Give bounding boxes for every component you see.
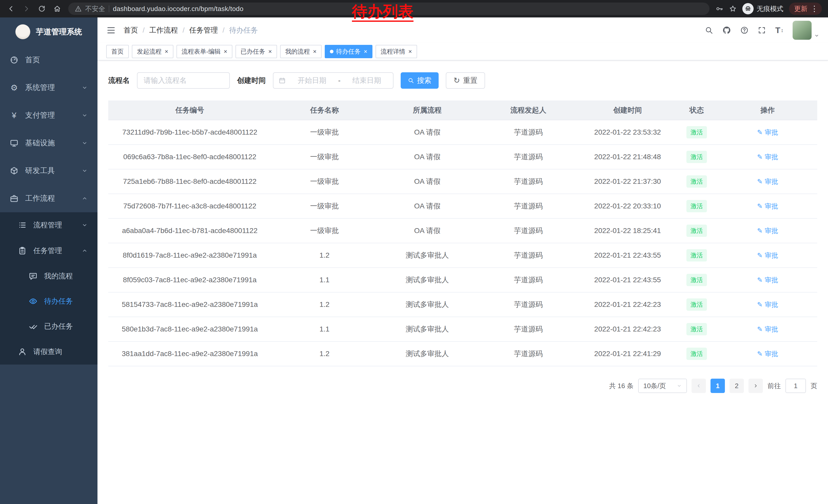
search-icon[interactable]	[705, 26, 713, 34]
browser-menu-icon[interactable]: ⋮	[811, 5, 818, 12]
box-icon	[10, 166, 18, 175]
reset-button[interactable]: ↻ 重置	[446, 72, 485, 89]
page-size-select[interactable]: 10条/页	[638, 379, 687, 393]
page-button-2[interactable]: 2	[730, 379, 744, 393]
approve-link[interactable]: ✎审批	[757, 152, 778, 162]
tab-start-process[interactable]: 发起流程×	[132, 45, 173, 58]
close-icon[interactable]: ×	[165, 48, 168, 55]
starter-cell: 芋道源码	[477, 120, 580, 145]
home-button[interactable]	[50, 2, 64, 16]
starter-cell: 芋道源码	[477, 341, 580, 366]
back-button[interactable]	[4, 2, 18, 16]
forward-button[interactable]	[19, 2, 33, 16]
approve-link[interactable]: ✎审批	[757, 128, 778, 137]
breadcrumb-item[interactable]: 工作流程	[149, 26, 178, 35]
breadcrumb-item-current: 待办任务	[229, 26, 258, 35]
starter-cell: 芋道源码	[477, 194, 580, 218]
status-badge: 激活	[687, 175, 707, 188]
close-icon[interactable]: ×	[408, 48, 412, 55]
sidebar-item-infrastructure[interactable]: 基础设施	[0, 129, 97, 157]
next-page-button[interactable]	[748, 379, 763, 393]
hamburger-icon[interactable]	[106, 26, 116, 35]
status-cell: 激活	[675, 341, 718, 366]
status-badge: 激活	[687, 299, 707, 311]
fullscreen-icon[interactable]	[758, 26, 766, 34]
task-id-cell: 725a1eb6-7b88-11ec-8ef0-acde48001122	[108, 169, 272, 194]
approve-link[interactable]: ✎审批	[757, 251, 778, 260]
starter-cell: 芋道源码	[477, 243, 580, 268]
font-size-icon[interactable]: T↕	[775, 26, 783, 35]
key-icon[interactable]	[716, 5, 723, 12]
sidebar-item-done-task[interactable]: 已办任务	[0, 314, 97, 339]
time-cell: 2022-01-22 20:33:10	[580, 194, 675, 218]
task-name-cell: 1.1	[272, 317, 378, 341]
close-icon[interactable]: ×	[268, 48, 272, 55]
approve-link[interactable]: ✎审批	[757, 350, 778, 358]
create-time-label: 创建时间	[237, 76, 266, 85]
task-name-cell: 1.2	[272, 292, 378, 317]
goto-page-input[interactable]	[785, 379, 806, 393]
close-icon[interactable]: ×	[224, 48, 227, 55]
sidebar-item-task-mgmt[interactable]: 任务管理	[0, 238, 97, 264]
status-cell: 激活	[675, 243, 718, 268]
sidebar-item-devtools[interactable]: 研发工具	[0, 157, 97, 185]
approve-link[interactable]: ✎审批	[757, 300, 778, 309]
approve-link[interactable]: ✎审批	[757, 276, 778, 284]
prev-page-button[interactable]	[692, 379, 706, 393]
process-cell: 测试多审批人	[378, 268, 477, 292]
tab-form-edit[interactable]: 流程表单-编辑×	[176, 45, 233, 58]
breadcrumb-item[interactable]: 任务管理	[189, 26, 218, 35]
close-icon[interactable]: ×	[364, 48, 367, 55]
chevron-up-icon	[82, 195, 88, 201]
reload-button[interactable]	[35, 2, 49, 16]
sidebar-menu: 首页 ⚙ 系统管理 ¥ 支付管理 基础设施 研发工具	[0, 46, 97, 365]
browser-actions: 无痕模式 更新 ⋮	[714, 3, 824, 15]
tab-home[interactable]: 首页	[106, 45, 129, 58]
sidebar-item-workflow[interactable]: 工作流程	[0, 185, 97, 212]
approve-link[interactable]: ✎审批	[757, 202, 778, 211]
page-button-1[interactable]: 1	[710, 379, 725, 393]
update-button[interactable]: 更新 ⋮	[789, 3, 822, 15]
sidebar-item-process-mgmt[interactable]: 流程管理	[0, 212, 97, 238]
task-name-cell: 一级审批	[272, 169, 378, 194]
sidebar-item-label: 待办任务	[44, 296, 73, 306]
task-id-cell: 069c6a63-7b8a-11ec-8ef0-acde48001122	[108, 145, 272, 169]
edit-icon: ✎	[757, 227, 763, 234]
approve-link[interactable]: ✎审批	[757, 177, 778, 186]
process-cell: OA 请假	[378, 169, 477, 194]
status-badge: 激活	[687, 274, 707, 286]
sidebar-item-home[interactable]: 首页	[0, 46, 97, 74]
home-icon	[53, 5, 61, 12]
sidebar-item-payment[interactable]: ¥ 支付管理	[0, 101, 97, 129]
user-avatar[interactable]	[793, 21, 819, 40]
close-icon[interactable]: ×	[313, 48, 317, 55]
sidebar-item-leave-query[interactable]: 请假查询	[0, 339, 97, 365]
bookmark-star-icon[interactable]	[729, 5, 737, 12]
logo-title: 芋道管理系统	[36, 27, 82, 37]
incognito-label: 无痕模式	[757, 4, 783, 13]
breadcrumb-item[interactable]: 首页	[124, 26, 138, 35]
edit-icon: ✎	[757, 153, 763, 160]
sidebar-item-todo-task[interactable]: 待办任务	[0, 289, 97, 314]
sidebar-item-label: 首页	[25, 55, 40, 65]
sidebar-item-system[interactable]: ⚙ 系统管理	[0, 74, 97, 101]
github-icon[interactable]	[722, 26, 731, 35]
approve-link[interactable]: ✎审批	[757, 226, 778, 235]
tab-my-process[interactable]: 我的流程×	[280, 45, 322, 58]
date-range-separator: -	[338, 77, 340, 85]
sidebar-item-my-process[interactable]: 我的流程	[0, 264, 97, 289]
process-name-input[interactable]	[137, 72, 230, 89]
help-icon[interactable]	[740, 26, 748, 34]
refresh-icon: ↻	[454, 77, 460, 84]
start-date-placeholder: 开始日期	[291, 76, 333, 85]
chevron-down-icon	[82, 222, 88, 228]
date-range-picker[interactable]: 开始日期 - 结束日期	[273, 72, 394, 89]
tab-done-task[interactable]: 已办任务×	[236, 45, 277, 58]
tab-process-detail[interactable]: 流程详情×	[376, 45, 417, 58]
chevron-right-icon	[753, 383, 758, 388]
approve-link[interactable]: ✎审批	[757, 325, 778, 334]
table-row: 73211d9d-7b9b-11ec-b5b7-acde48001122一级审批…	[108, 120, 817, 145]
search-button[interactable]: 搜索	[401, 72, 439, 89]
tab-todo-task[interactable]: 待办任务×	[325, 45, 372, 58]
task-id-cell: 73211d9d-7b9b-11ec-b5b7-acde48001122	[108, 120, 272, 145]
